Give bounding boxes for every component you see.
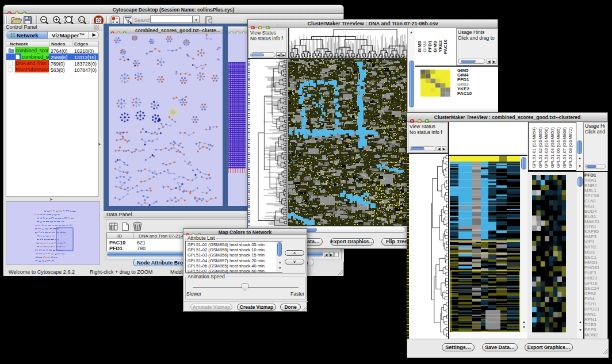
svg-text:1:1: 1:1 xyxy=(79,18,84,21)
